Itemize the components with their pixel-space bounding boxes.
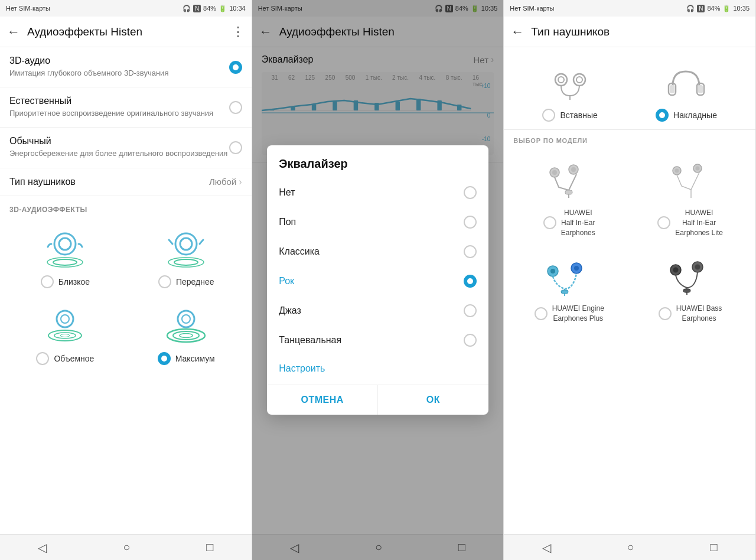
status-left-1: Нет SIM-карты <box>6 5 50 12</box>
svg-point-10 <box>48 330 82 341</box>
svg-point-1 <box>59 238 71 250</box>
model-half-inear-lite-img <box>664 156 717 203</box>
radio-pop[interactable] <box>464 216 477 229</box>
option-natural[interactable]: Естественный Приоритетное воспроизведени… <box>0 87 252 128</box>
modal-actions: ОТМЕНА ОК <box>267 385 488 415</box>
modal-option-jazz[interactable]: Джаз <box>267 296 488 325</box>
radio-3d[interactable] <box>229 61 242 74</box>
modal-option-dance[interactable]: Танцевальная <box>267 325 488 355</box>
battery-icon-3: 🔋 <box>722 5 731 12</box>
panel-audio-effects: Нет SIM-карты 🎧 N 84% 🔋 10:34 ← Аудиоэфф… <box>0 0 252 560</box>
headphones-nav[interactable]: Тип наушников Любой › <box>0 168 252 196</box>
headphone-overear[interactable]: Накладные <box>656 61 717 122</box>
radio-close[interactable] <box>41 275 54 288</box>
inear-icon <box>546 61 594 103</box>
svg-point-11 <box>54 333 76 338</box>
svg-point-39 <box>552 170 557 175</box>
nav-home-1[interactable]: ○ <box>111 536 142 559</box>
chevron-icon-headphones: › <box>239 177 242 187</box>
modal-option-classic[interactable]: Классика <box>267 237 488 266</box>
radio-normal[interactable] <box>229 141 242 154</box>
battery-icon-1: 🔋 <box>219 5 227 12</box>
nav-recent-3[interactable]: □ <box>699 536 729 559</box>
option-3d-text: 3D-аудио Имитация глубокого объемного 3D… <box>9 56 229 79</box>
svg-point-58 <box>695 264 700 269</box>
model-half-inear[interactable]: HUAWEIHalf In-EarEarphones <box>509 149 630 245</box>
svg-point-50 <box>550 269 555 274</box>
radio-none[interactable] <box>464 186 477 199</box>
audio-close-label-row: Близкое <box>41 275 90 288</box>
nav-home-3[interactable]: ○ <box>615 536 646 559</box>
modal-option-none[interactable]: Нет <box>267 178 488 207</box>
option-normal[interactable]: Обычный Энергосбережение для более длите… <box>0 128 252 168</box>
option-natural-text: Естественный Приоритетное воспроизведени… <box>9 96 229 119</box>
radio-overear[interactable] <box>656 109 669 122</box>
radio-jazz[interactable] <box>464 304 477 317</box>
option-3d[interactable]: 3D-аудио Имитация глубокого объемного 3D… <box>0 47 252 87</box>
toolbar-3: ← Тип наушников <box>504 17 755 47</box>
modal-option-dance-label: Танцевальная <box>279 335 341 346</box>
radio-surround[interactable] <box>36 352 49 365</box>
svg-point-4 <box>175 233 197 255</box>
radio-inear[interactable] <box>542 109 555 122</box>
svg-rect-60 <box>683 289 690 292</box>
svg-point-8 <box>57 311 73 327</box>
overear-icon <box>663 61 710 103</box>
modal-customize[interactable]: Настроить <box>267 355 488 382</box>
audio-surround[interactable]: Объемное <box>5 295 126 372</box>
audio-grid: Близкое Переднее <box>0 219 252 372</box>
radio-bass[interactable] <box>659 307 672 320</box>
inear-label: Вставные <box>560 110 597 120</box>
back-button-1[interactable]: ← <box>7 24 20 40</box>
page-title-1: Аудиоэффекты Histen <box>27 25 232 38</box>
model-engine-plus[interactable]: HUAWEI EngineEarphones Plus <box>509 245 630 331</box>
modal-option-classic-label: Классика <box>279 246 320 257</box>
radio-rock[interactable] <box>464 275 477 288</box>
svg-point-2 <box>53 259 77 265</box>
modal-title: Эквалайзер <box>267 145 488 178</box>
modal-option-pop[interactable]: Поп <box>267 207 488 237</box>
modal-option-none-label: Нет <box>279 187 295 198</box>
nav-recent-1[interactable]: □ <box>194 536 225 559</box>
svg-point-56 <box>673 267 679 272</box>
svg-point-13 <box>178 311 194 327</box>
more-button-1[interactable]: ⋮ <box>232 24 245 40</box>
radio-half-inear-lite[interactable] <box>657 216 670 229</box>
modal-ok-btn[interactable]: ОК <box>378 385 488 415</box>
audio-max-icon <box>162 305 210 346</box>
model-bass-name: HUAWEI BassEarphones <box>676 304 722 324</box>
option-normal-subtitle: Энергосбережение для более длительного в… <box>9 148 229 159</box>
svg-point-41 <box>571 167 576 172</box>
svg-point-47 <box>696 166 700 170</box>
model-bass-img <box>664 252 717 299</box>
status-bar-1: Нет SIM-карты 🎧 N 84% 🔋 10:34 <box>0 0 252 17</box>
radio-dance[interactable] <box>464 334 477 347</box>
back-button-3[interactable]: ← <box>511 24 524 40</box>
model-bass[interactable]: HUAWEI BassEarphones <box>630 245 751 331</box>
radio-max-inner <box>161 356 167 362</box>
audio-max[interactable]: Максимум <box>126 295 247 372</box>
audio-close[interactable]: Близкое <box>5 219 126 295</box>
eq-modal: Эквалайзер Нет Поп Классика Рок Джаз <box>267 145 488 415</box>
nav-back-1[interactable]: ◁ <box>26 536 58 559</box>
radio-half-inear[interactable] <box>543 216 556 229</box>
svg-rect-37 <box>698 85 703 93</box>
audio-front[interactable]: Переднее <box>126 219 247 295</box>
model-half-inear-lite-label-row: HUAWEIHalf In-EarEarphones Lite <box>657 208 723 237</box>
nfc-icon-3: N <box>697 5 705 12</box>
radio-engine-plus[interactable] <box>535 307 548 320</box>
modal-cancel-btn[interactable]: ОТМЕНА <box>267 385 377 415</box>
nav-back-3[interactable]: ◁ <box>530 536 563 559</box>
radio-natural[interactable] <box>229 101 242 114</box>
option-3d-title: 3D-аудио <box>9 56 229 66</box>
radio-max[interactable] <box>158 352 171 365</box>
model-half-inear-lite[interactable]: HUAWEIHalf In-EarEarphones Lite <box>630 149 751 245</box>
radio-front[interactable] <box>158 275 171 288</box>
radio-classic[interactable] <box>464 245 477 258</box>
time-1: 10:34 <box>229 5 246 12</box>
audio-close-label: Близкое <box>58 277 90 286</box>
headphone-inear[interactable]: Вставные <box>542 61 597 122</box>
svg-point-52 <box>574 266 579 271</box>
model-engine-plus-label-row: HUAWEI EngineEarphones Plus <box>535 304 604 324</box>
modal-option-rock[interactable]: Рок <box>267 266 488 296</box>
